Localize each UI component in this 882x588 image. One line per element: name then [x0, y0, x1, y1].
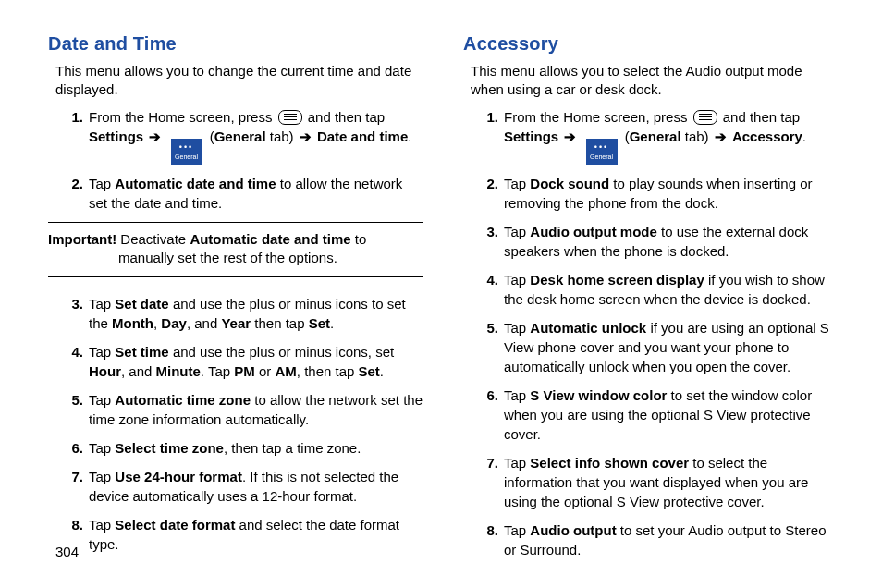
list-item: Tap Automatic date and time to allow the… [55, 174, 423, 213]
bold-text: Automatic unlock [530, 320, 646, 336]
menu-icon [693, 110, 717, 125]
step-text: Tap [504, 320, 530, 336]
step-text: , then tap [297, 363, 359, 379]
step-text: Tap [89, 440, 115, 456]
bold-text: Automatic date and time [190, 231, 350, 247]
bold-text: General [630, 129, 681, 144]
bold-text: General [214, 129, 266, 144]
bold-text: Audio output [530, 522, 616, 538]
arrow-icon: ➔ [298, 129, 313, 144]
bold-text: Day [161, 315, 187, 331]
step-text: Tap [504, 387, 530, 403]
step-text: Tap [504, 224, 530, 239]
step-text: , and [187, 315, 222, 331]
list-item: Tap Use 24-hour format. If this is not s… [55, 467, 423, 506]
general-tab-icon: •••General [171, 139, 202, 165]
bold-text: Use 24-hour format [115, 469, 242, 484]
step-text: Tap [504, 272, 530, 288]
step-text: Tap [89, 176, 115, 191]
list-item: Tap Select info shown cover to select th… [471, 453, 838, 511]
list-item: Tap Dock sound to play sounds when inser… [471, 174, 838, 213]
bold-text: Automatic time zone [115, 392, 251, 408]
heading-accessory: Accessory [463, 33, 838, 55]
step-text: Tap [89, 344, 115, 360]
bold-text: Set [359, 363, 380, 379]
step-text: , then tap a time zone. [224, 440, 361, 456]
page-content: Date and Time This menu allows you to ch… [48, 33, 838, 531]
icon-label: General [590, 153, 613, 160]
step-text: then tap [251, 315, 309, 331]
step-text: Tap [89, 469, 115, 484]
step-text: Tap [89, 517, 115, 533]
list-item: Tap Set time and use the plus or minus i… [55, 342, 423, 381]
step-text: and use the plus or minus icons, set [169, 344, 394, 360]
step-text: . Tap [201, 363, 234, 379]
bold-text: Select info shown cover [530, 455, 689, 471]
step-text: or [255, 363, 276, 379]
bold-text: Set date [115, 296, 168, 312]
icon-label: General [175, 153, 198, 160]
dots-icon: ••• [594, 143, 608, 151]
steps-date-and-time-cont: Tap Set date and use the plus or minus i… [55, 294, 423, 554]
bold-text: Desk home screen display [530, 272, 704, 288]
step-text: Tap [504, 455, 530, 471]
bold-text: Settings [504, 129, 558, 144]
list-item: Tap Desk home screen display if you wish… [471, 270, 838, 309]
left-column: Date and Time This menu allows you to ch… [48, 33, 423, 531]
list-item: Tap Select date format and select the da… [55, 515, 423, 554]
bold-text: Set time [115, 344, 168, 360]
step-text: From the Home screen, press [89, 109, 276, 125]
step-text: Deactivate [120, 231, 190, 247]
menu-icon [278, 110, 302, 125]
bold-text: Accessory [732, 129, 802, 144]
arrow-icon: ➔ [562, 129, 578, 144]
arrow-icon: ➔ [147, 129, 163, 144]
list-item: Tap Set date and use the plus or minus i… [55, 294, 423, 333]
general-tab-icon: •••General [586, 139, 618, 165]
list-item: From the Home screen, press and then tap… [471, 107, 838, 165]
step-text: Tap [504, 176, 530, 191]
bold-text: AM [275, 363, 296, 379]
bold-text: Audio output mode [530, 224, 656, 239]
step-text: Tap [89, 392, 115, 408]
step-text: Tap [504, 522, 530, 538]
steps-accessory: From the Home screen, press and then tap… [471, 107, 838, 559]
bold-text: Minute [156, 363, 201, 379]
bold-text: S View window color [530, 387, 667, 403]
step-text: and then tap [304, 109, 386, 125]
list-item: Tap S View window color to set the windo… [471, 386, 838, 444]
bold-text: Select time zone [115, 440, 224, 456]
important-note: Important! Deactivate Automatic date and… [48, 222, 423, 278]
step-text: tab) [266, 129, 298, 144]
intro-date-and-time: This menu allows you to change the curre… [55, 62, 423, 100]
dots-icon: ••• [179, 143, 193, 151]
bold-text: Hour [89, 363, 121, 379]
list-item: Tap Automatic unlock if you are using an… [471, 318, 838, 376]
bold-text: Select date format [115, 517, 235, 533]
bold-text: Date and time [317, 129, 408, 144]
step-text: and then tap [719, 109, 801, 125]
bold-text: Dock sound [530, 176, 609, 191]
step-text: From the Home screen, press [504, 109, 692, 125]
step-text: , and [121, 363, 156, 379]
bold-text: Month [112, 315, 153, 331]
list-item: Tap Audio output to set your Audio outpu… [471, 521, 838, 559]
heading-date-and-time: Date and Time [48, 33, 423, 55]
arrow-icon: ➔ [713, 129, 729, 144]
bold-text: PM [234, 363, 255, 379]
list-item: Tap Select time zone, then tap a time zo… [55, 438, 423, 458]
list-item: From the Home screen, press and then tap… [55, 107, 423, 165]
bold-text: Settings [89, 129, 143, 144]
right-column: Accessory This menu allows you to select… [463, 33, 838, 531]
important-label: Important! [48, 231, 120, 247]
bold-text: Automatic date and time [115, 176, 276, 191]
bold-text: Year [221, 315, 251, 331]
bold-text: Set [309, 315, 330, 331]
intro-accessory: This menu allows you to select the Audio… [471, 62, 838, 100]
list-item: Tap Automatic time zone to allow the net… [55, 390, 423, 429]
steps-date-and-time: From the Home screen, press and then tap… [55, 107, 423, 213]
step-text: tab) [681, 129, 713, 144]
list-item: Tap Audio output mode to use the externa… [471, 222, 838, 261]
step-text: Tap [89, 296, 115, 312]
